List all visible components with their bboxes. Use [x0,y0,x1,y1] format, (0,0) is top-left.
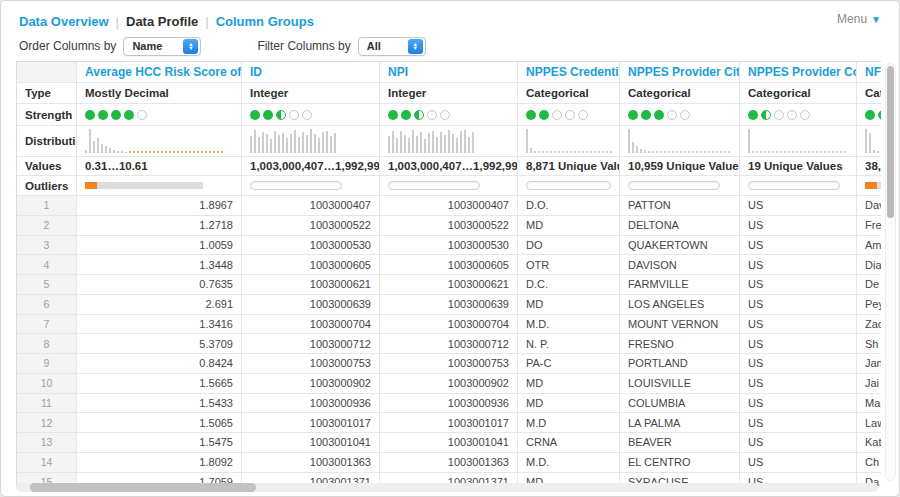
row-number: 14 [17,453,77,473]
histogram-tail-dot [209,151,211,153]
vertical-scrollbar-thumb[interactable] [887,66,894,218]
table-cell: US [740,413,857,433]
horizontal-scrollbar-thumb[interactable] [30,483,256,492]
histogram-bar [258,137,260,153]
column-header[interactable]: NPPES Credentials [518,62,620,83]
tab-data-overview[interactable]: Data Overview [19,14,109,29]
table-cell: 1003001363 [380,453,518,473]
table-cell: De [857,275,881,295]
table-cell: 1003001017 [242,413,380,433]
histogram-bar [254,130,256,153]
outliers-pill [250,181,342,190]
histogram-bar [89,129,91,153]
nav-separator: | [116,14,119,29]
column-values-summary: 38, [857,157,881,176]
histogram-tail-dot [181,151,183,153]
outliers-cell [740,176,857,196]
strength-dot [578,110,588,120]
histogram-bar [318,138,320,153]
histogram-bar [290,134,292,153]
table-cell: US [740,394,857,414]
strength-dot [667,110,677,120]
histogram-tail-dot [800,151,802,153]
histogram-bar [444,135,446,153]
table-cell: MD [518,216,620,236]
table-cell: 0.8424 [77,354,242,374]
tab-data-profile[interactable]: Data Profile [126,14,198,29]
histogram-bar [298,137,300,153]
filter-columns-select[interactable]: All ▲▼ [358,37,426,56]
distribution-histogram [85,129,225,153]
row-number: 4 [17,255,77,275]
histogram-tail-dot [652,151,654,153]
table-cell: Kat [857,433,881,453]
histogram-bar [869,133,871,153]
table-cell: 1003001041 [380,433,518,453]
table-cell: 1.8092 [77,453,242,473]
outliers-cell [380,176,518,196]
table-cell: 1003000407 [380,196,518,216]
histogram-bar [460,131,462,153]
row-number: 9 [17,354,77,374]
outliers-pill [526,181,611,190]
table-cell: 1003000753 [380,354,518,374]
row-number: 13 [17,433,77,453]
column-header[interactable]: NF [857,62,881,83]
table-cell: QUAKERTOWN [620,236,740,256]
table-cell: 1003000704 [242,315,380,335]
strength-dot [440,110,450,120]
table-cell: M.D [518,413,620,433]
column-header[interactable]: ID [242,62,380,83]
histogram-tail-dot [169,151,171,153]
histogram-bar [628,129,630,153]
histogram-tail-dot [812,151,814,153]
menu-button[interactable]: Menu▼ [837,12,881,26]
histogram-tail-dot [816,151,818,153]
histogram-tail-dot [680,151,682,153]
strength-cell [77,104,242,126]
table-cell: US [740,255,857,275]
strength-dot [85,110,95,120]
distribution-cell [242,126,380,157]
table-cell: US [740,275,857,295]
histogram-tail-dot [586,151,588,153]
table-cell: 1003000712 [380,334,518,354]
histogram-bar [113,150,115,153]
histogram-tail-dot [712,151,714,153]
column-header[interactable]: NPPES Provider City [620,62,740,83]
strength-dots [250,110,315,120]
histogram-tail-dot [582,151,584,153]
histogram-tail-dot [129,151,131,153]
distribution-histogram [526,129,614,153]
table-cell: 1003001363 [242,453,380,473]
order-columns-value: Name [132,40,162,52]
histogram-tail-dot [542,151,544,153]
histogram-tail-dot [594,151,596,153]
table-cell: DO [518,236,620,256]
column-header[interactable]: NPPES Provider Country [740,62,857,83]
row-number: 2 [17,216,77,236]
histogram-tail-dot [177,151,179,153]
column-header[interactable]: NPI [380,62,518,83]
histogram-tail-dot [221,151,223,153]
strength-dot [388,110,398,120]
histogram-tail-dot [574,151,576,153]
histogram-tail-dot [153,151,155,153]
table-cell: 1003000704 [380,315,518,335]
histogram-bar [526,129,528,153]
tab-column-groups[interactable]: Column Groups [216,14,314,29]
type-row: TypeMostly DecimalIntegerIntegerCategori… [17,83,881,104]
row-number: 3 [17,236,77,256]
table-cell: Law [857,413,881,433]
histogram-bar [640,149,642,153]
table-cell: 1003000712 [242,334,380,354]
order-columns-select[interactable]: Name ▲▼ [123,37,201,56]
histogram-bar [396,138,398,153]
table-cell: 1.5475 [77,433,242,453]
column-header[interactable]: Average HCC Risk Score of Patients [77,62,242,83]
table-cell: 0.7635 [77,275,242,295]
histogram-bar [644,150,646,153]
table-cell: 1003000902 [242,374,380,394]
strength-cell [620,104,740,126]
histogram-bar [404,135,406,153]
